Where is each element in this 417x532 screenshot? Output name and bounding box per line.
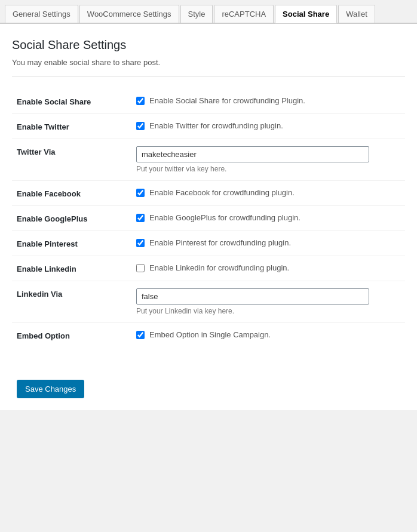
setting-label-linkedin-via: Linkedin Via — [12, 281, 131, 323]
setting-control-linkedin-via: Put your Linkedin via key here. — [131, 281, 405, 323]
settings-row-enable-pinterest: Enable PinterestEnable Pinterest for cro… — [12, 231, 405, 256]
tab-woocommerce-settings[interactable]: WooCommerce Settings — [79, 5, 179, 23]
tab-wallet[interactable]: Wallet — [338, 5, 375, 23]
settings-row-embed-option: Embed OptionEmbed Option in Single Campa… — [12, 323, 405, 348]
settings-table: Enable Social ShareEnable Social Share f… — [12, 89, 405, 348]
setting-control-enable-googleplus: Enable GooglePlus for crowdfunding plugi… — [131, 206, 405, 231]
setting-control-enable-facebook: Enable Facebook for crowdfunding plugin. — [131, 181, 405, 206]
settings-row-enable-linkedin: Enable LinkedinEnable Linkedin for crowd… — [12, 256, 405, 281]
settings-row-enable-facebook: Enable FacebookEnable Facebook for crowd… — [12, 181, 405, 206]
footer-area: Save Changes — [0, 359, 417, 410]
setting-label-embed-option: Embed Option — [12, 323, 131, 348]
setting-label-enable-twitter: Enable Twitter — [12, 114, 131, 139]
setting-label-enable-pinterest: Enable Pinterest — [12, 231, 131, 256]
enable-linkedin-checkbox[interactable] — [136, 264, 145, 272]
enable-googleplus-checkbox[interactable] — [136, 214, 145, 222]
enable-googleplus-description: Enable GooglePlus for crowdfunding plugi… — [149, 213, 301, 222]
setting-label-twitter-via: Twitter Via — [12, 139, 131, 181]
tabs-bar: General SettingsWooCommerce SettingsStyl… — [0, 0, 417, 23]
tab-general-settings[interactable]: General Settings — [5, 5, 78, 23]
page-title: Social Share Settings — [12, 38, 405, 52]
enable-linkedin-description: Enable Linkedin for crowdfunding plugin. — [149, 263, 289, 272]
setting-control-twitter-via: Put your twitter via key here. — [131, 139, 405, 181]
enable-facebook-description: Enable Facebook for crowdfunding plugin. — [149, 188, 295, 197]
enable-pinterest-checkbox[interactable] — [136, 239, 145, 247]
tab-style[interactable]: Style — [180, 5, 213, 23]
enable-twitter-checkbox[interactable] — [136, 122, 145, 130]
enable-social-share-description: Enable Social Share for crowdfunding Plu… — [149, 96, 305, 105]
enable-social-share-checkbox[interactable] — [136, 97, 145, 105]
setting-control-enable-social-share: Enable Social Share for crowdfunding Plu… — [131, 89, 405, 114]
tab-recaptcha[interactable]: reCAPTCHA — [214, 5, 274, 23]
setting-control-embed-option: Embed Option in Single Campaign. — [131, 323, 405, 348]
setting-label-enable-social-share: Enable Social Share — [12, 89, 131, 114]
linkedin-via-input[interactable] — [136, 288, 369, 305]
setting-control-enable-twitter: Enable Twitter for crowdfunding plugin. — [131, 114, 405, 139]
linkedin-via-helper: Put your Linkedin via key here. — [136, 307, 400, 315]
setting-control-enable-pinterest: Enable Pinterest for crowdfunding plugin… — [131, 231, 405, 256]
settings-row-enable-twitter: Enable TwitterEnable Twitter for crowdfu… — [12, 114, 405, 139]
tab-social-share[interactable]: Social Share — [275, 5, 337, 23]
page-subtitle: You may enable social share to share pos… — [12, 58, 405, 67]
enable-facebook-checkbox[interactable] — [136, 189, 145, 197]
save-changes-button[interactable]: Save Changes — [17, 380, 84, 398]
embed-option-checkbox[interactable] — [136, 331, 145, 339]
setting-control-enable-linkedin: Enable Linkedin for crowdfunding plugin. — [131, 256, 405, 281]
enable-pinterest-description: Enable Pinterest for crowdfunding plugin… — [149, 238, 291, 247]
enable-twitter-description: Enable Twitter for crowdfunding plugin. — [149, 121, 283, 130]
section-divider — [12, 76, 405, 77]
setting-label-enable-googleplus: Enable GooglePlus — [12, 206, 131, 231]
settings-row-enable-googleplus: Enable GooglePlusEnable GooglePlus for c… — [12, 206, 405, 231]
twitter-via-input[interactable] — [136, 146, 369, 162]
settings-row-enable-social-share: Enable Social ShareEnable Social Share f… — [12, 89, 405, 114]
setting-label-enable-linkedin: Enable Linkedin — [12, 256, 131, 281]
settings-row-linkedin-via: Linkedin ViaPut your Linkedin via key he… — [12, 281, 405, 323]
twitter-via-helper: Put your twitter via key here. — [136, 165, 400, 173]
settings-row-twitter-via: Twitter ViaPut your twitter via key here… — [12, 139, 405, 181]
setting-label-enable-facebook: Enable Facebook — [12, 181, 131, 206]
embed-option-description: Embed Option in Single Campaign. — [149, 330, 271, 339]
